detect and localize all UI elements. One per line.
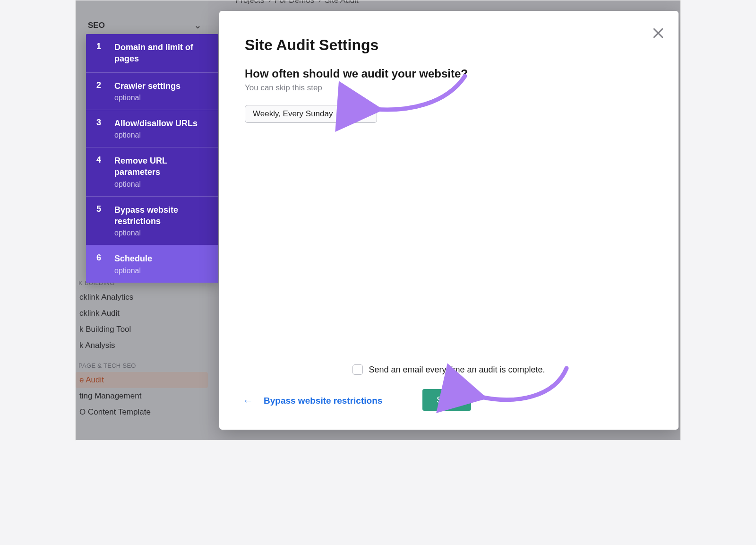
email-on-complete-checkbox[interactable] xyxy=(352,364,363,375)
step-schedule[interactable]: 6 Scheduleoptional xyxy=(86,245,218,282)
chevron-down-icon xyxy=(363,110,370,118)
step-domain-limit[interactable]: 1 Domain and limit of pages xyxy=(86,34,218,73)
modal-subtitle: How often should we audit your website? xyxy=(245,67,655,80)
step-bypass-restrictions[interactable]: 5 Bypass website restrictionsoptional xyxy=(86,197,218,246)
site-audit-settings-modal: Site Audit Settings How often should we … xyxy=(219,11,679,430)
previous-step-link[interactable]: ← Bypass website restrictions xyxy=(243,395,382,407)
schedule-frequency-select[interactable]: Weekly, Every Sunday xyxy=(245,105,377,123)
step-allow-disallow[interactable]: 3 Allow/disallow URLsoptional xyxy=(86,110,218,147)
save-button[interactable]: Save xyxy=(422,389,471,411)
step-remove-url-params[interactable]: 4 Remove URL parametersoptional xyxy=(86,147,218,197)
email-on-complete-label: Send an email every time an audit is com… xyxy=(369,365,545,375)
select-value: Weekly, Every Sunday xyxy=(253,109,333,119)
modal-footer: Send an email every time an audit is com… xyxy=(243,364,655,414)
step-crawler-settings[interactable]: 2 Crawler settingsoptional xyxy=(86,73,218,110)
wizard-stepper: 1 Domain and limit of pages 2 Crawler se… xyxy=(86,34,218,283)
modal-hint: You can skip this step xyxy=(245,83,655,93)
arrow-left-icon: ← xyxy=(243,395,253,407)
modal-title: Site Audit Settings xyxy=(245,36,655,54)
